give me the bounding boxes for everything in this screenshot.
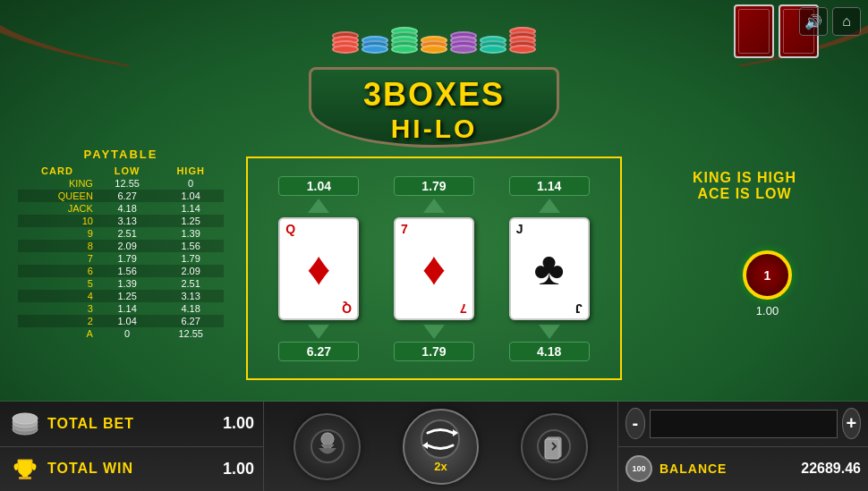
card-slot-1: 1.04 Q ♦ Q 6.27 [268,176,370,361]
multiplier-top-3: 1.14 [509,176,590,196]
multiplier-top-area-2: 1.79 [394,176,474,213]
paytable-high: 2.51 [157,277,224,290]
bottom-bar: TOTAL BET 1.00 TOTAL WIN 1.00 [0,402,868,491]
card-back-1 [734,4,774,58]
paytable-high: 1.56 [157,240,224,252]
ace-is-low: ACE IS LOW [693,186,796,202]
svg-rect-11 [19,477,31,479]
table-row: 3 1.14 4.18 [18,302,224,315]
bet-input[interactable] [650,410,838,438]
card-3-suit: ♣ [534,245,565,292]
paytable-low: 6.27 [97,190,157,202]
coins-icon [9,408,40,439]
svg-point-9 [13,413,38,424]
bet-chip-area: 1 1.00 [743,250,792,317]
paytable-high: 0 [157,177,224,190]
card-slot-2: 1.79 7 ♦ 7 1.79 [382,176,485,361]
table-row: JACK 4.18 1.14 [18,202,224,215]
table-row: 5 1.39 2.51 [18,277,224,290]
bet-chip-label: 1 [764,268,771,283]
minus-button[interactable]: - [625,408,645,439]
table-row: 6 1.56 2.09 [18,265,224,277]
paytable-card: 4 [18,290,97,302]
paytable-high: 1.25 [157,215,224,227]
table-row: A 0 12.55 [18,327,224,340]
multiplier-top-area-1: 1.04 [278,176,359,213]
total-bet-row: TOTAL BET 1.00 [0,402,263,447]
shuffle-button[interactable]: 2x [403,409,479,485]
paytable: PAYTABLE CARD LOW HIGH KING 12.55 0 QUEE… [18,148,224,340]
arrow-down-1 [308,325,329,339]
multiplier-top-2: 1.79 [394,176,474,196]
paytable-low: 1.39 [97,277,157,290]
multiplier-bottom-area-2: 1.79 [394,325,474,361]
sound-button[interactable]: 🔊 [799,7,828,36]
arrow-up-3 [539,199,560,213]
trophy-icon [9,453,40,485]
card-2-rank-tl: 7 [401,223,408,235]
right-controls: - + 100 BALANCE 22689.46 [617,402,868,491]
paytable-card: 5 [18,277,97,290]
total-win-label: TOTAL WIN [47,461,200,477]
balance-row: 100 BALANCE 22689.46 [618,447,868,492]
top-icons: 🔊 ⌂ [799,7,861,36]
rebet-button[interactable] [521,413,588,480]
balance-chip-icon: 100 [625,455,652,482]
paytable-low: 2.51 [97,227,157,240]
paytable-high: 1.79 [157,252,224,265]
svg-marker-4 [539,199,560,213]
card-2[interactable]: 7 ♦ 7 [394,217,474,320]
card-3-rank-br: J [575,302,583,315]
paytable-low: 1.56 [97,265,157,277]
total-win-value: 1.00 [200,460,254,478]
x2-label: 2x [434,460,447,473]
title-line1: 3BOXES [363,76,505,114]
paytable-title: PAYTABLE [18,148,224,161]
paytable-high: 2.09 [157,265,224,277]
totals-panel: TOTAL BET 1.00 TOTAL WIN 1.00 [0,402,264,491]
paytable-card: QUEEN [18,190,97,202]
card-3[interactable]: J ♣ J [509,217,590,320]
chips-area [206,0,662,58]
paytable-low: 1.25 [97,290,157,302]
svg-marker-5 [539,325,560,339]
paytable-table: CARD LOW HIGH KING 12.55 0 QUEEN 6.27 1.… [18,165,224,340]
paytable-high: 1.04 [157,190,224,202]
home-button[interactable]: ⌂ [832,7,861,36]
paytable-card: JACK [18,202,97,215]
card-1-rank-br: Q [342,302,352,315]
paytable-header-low: LOW [97,165,157,177]
paytable-high: 3.13 [157,290,224,302]
card-2-rank-br: 7 [460,302,467,315]
bet-control-row: - + [618,402,868,447]
arrow-up-2 [423,199,445,213]
deal-button[interactable] [294,413,361,480]
bet-chip: 1 [743,250,792,300]
table-row: 4 1.25 3.13 [18,290,224,302]
table-row: 2 1.04 6.27 [18,315,224,327]
svg-point-13 [321,433,334,445]
table-row: 10 3.13 1.25 [18,215,224,227]
multiplier-bottom-3: 4.18 [509,342,590,361]
card-1-rank-tl: Q [285,223,295,235]
plus-button[interactable]: + [842,408,862,439]
paytable-card: A [18,327,97,340]
paytable-card: 2 [18,315,97,327]
total-win-row: TOTAL WIN 1.00 [0,447,263,492]
paytable-high: 6.27 [157,315,224,327]
arrow-down-3 [539,325,560,339]
paytable-high: 4.18 [157,302,224,315]
paytable-low: 1.14 [97,302,157,315]
paytable-card: 7 [18,252,97,265]
arrow-down-2 [423,325,445,339]
balance-label: BALANCE [660,461,727,476]
action-buttons: 2x [264,402,617,491]
total-bet-value: 1.00 [200,414,254,433]
table-row: 7 1.79 1.79 [18,252,224,265]
card-slot-3: 1.14 J ♣ J 4.18 [498,176,600,361]
card-1[interactable]: Q ♦ Q [278,217,359,320]
paytable-low: 2.09 [97,240,157,252]
paytable-high: 1.14 [157,202,224,215]
paytable-card: 9 [18,227,97,240]
paytable-card: 3 [18,302,97,315]
